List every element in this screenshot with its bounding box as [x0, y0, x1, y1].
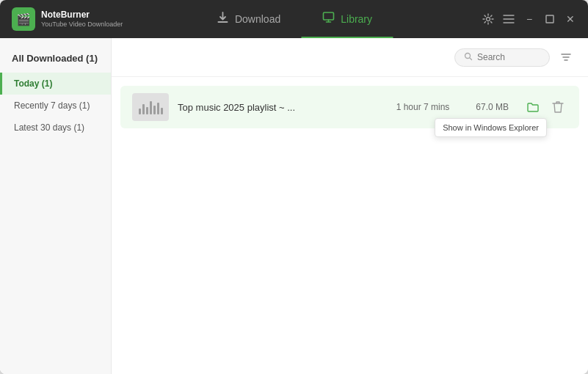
svg-rect-0	[217, 21, 228, 23]
sidebar-header: All Downloaded (1)	[0, 47, 111, 73]
file-size: 67.0 MB	[465, 102, 509, 112]
minimize-button[interactable]: −	[523, 13, 535, 25]
app-subtitle: YouTube Video Downloader	[41, 21, 123, 29]
file-list: Top music 2025 playlist ~ ... 1 hour 7 m…	[112, 77, 588, 374]
file-duration: 1 hour 7 mins	[390, 102, 456, 112]
window-controls: − ✕	[482, 13, 576, 25]
logo-text: NoteBurner YouTube Video Downloader	[41, 10, 123, 28]
file-actions	[523, 98, 567, 117]
file-name: Top music 2025 playlist ~ ...	[178, 102, 381, 113]
open-folder-button[interactable]	[523, 98, 542, 117]
titlebar: 🎬 NoteBurner YouTube Video Downloader Do…	[0, 0, 588, 38]
svg-point-4	[465, 53, 471, 58]
toolbar	[112, 38, 588, 77]
tab-download[interactable]: Download	[195, 0, 301, 38]
svg-rect-3	[546, 15, 553, 23]
sidebar: All Downloaded (1) Today (1) Recently 7 …	[0, 38, 112, 374]
filter-button[interactable]	[556, 47, 576, 67]
download-tab-icon	[216, 11, 229, 28]
download-tab-label: Download	[235, 13, 280, 25]
sidebar-item-today[interactable]: Today (1)	[0, 73, 111, 95]
logo-area: 🎬 NoteBurner YouTube Video Downloader	[12, 7, 129, 31]
sidebar-item-week[interactable]: Recently 7 days (1)	[0, 95, 111, 117]
file-item: Top music 2025 playlist ~ ... 1 hour 7 m…	[120, 86, 579, 128]
delete-button[interactable]	[548, 98, 567, 117]
svg-rect-1	[323, 12, 333, 20]
thumb-bars	[139, 100, 163, 114]
content-area: Top music 2025 playlist ~ ... 1 hour 7 m…	[112, 38, 588, 374]
app-logo-icon: 🎬	[12, 7, 35, 31]
file-thumbnail	[132, 93, 169, 121]
app-name: NoteBurner	[41, 10, 123, 20]
app-window: 🎬 NoteBurner YouTube Video Downloader Do…	[0, 0, 588, 374]
svg-point-2	[487, 18, 490, 21]
maximize-button[interactable]	[544, 13, 556, 25]
search-input[interactable]	[477, 52, 529, 62]
menu-button[interactable]	[503, 13, 515, 25]
close-button[interactable]: ✕	[565, 13, 576, 25]
sidebar-item-month[interactable]: Latest 30 days (1)	[0, 117, 111, 139]
library-tab-label: Library	[341, 13, 372, 25]
search-icon	[464, 52, 473, 63]
tab-library[interactable]: Library	[301, 0, 393, 38]
tooltip: Show in Windows Explorer	[435, 118, 547, 137]
main-area: All Downloaded (1) Today (1) Recently 7 …	[0, 38, 588, 374]
search-box[interactable]	[454, 48, 550, 67]
library-tab-icon	[322, 11, 335, 28]
settings-button[interactable]	[482, 13, 494, 25]
nav-tabs: Download Library	[195, 0, 393, 38]
